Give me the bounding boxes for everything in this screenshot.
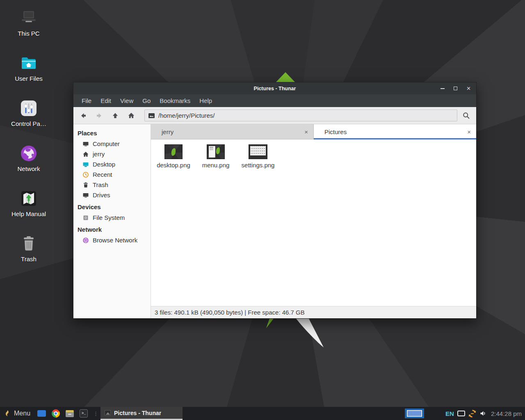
task-button-label: Pictures - Thunar bbox=[114, 410, 161, 416]
sidebar-item-label: jerry bbox=[93, 151, 105, 158]
file-view[interactable]: desktop.png menu.png settings.png bbox=[151, 139, 476, 306]
tab-bar: jerry × Pictures × bbox=[151, 124, 476, 139]
tab-pictures[interactable]: Pictures × bbox=[314, 124, 476, 139]
desktop-icon-trash[interactable]: Trash bbox=[4, 234, 53, 262]
updates-tray-icon[interactable] bbox=[468, 409, 477, 418]
menu-file[interactable]: File bbox=[77, 94, 96, 107]
file-name: menu.png bbox=[202, 162, 230, 169]
sidebar-item-computer[interactable]: Computer bbox=[73, 139, 151, 149]
search-button[interactable] bbox=[458, 110, 475, 122]
sidebar-item-label: Computer bbox=[93, 140, 120, 147]
back-button[interactable] bbox=[75, 110, 91, 122]
distro-logo-icon bbox=[3, 409, 11, 418]
menu-go[interactable]: Go bbox=[138, 94, 155, 107]
sidebar-item-drives[interactable]: Drives bbox=[73, 190, 151, 200]
home-icon bbox=[128, 112, 135, 119]
workspace-1 bbox=[407, 410, 422, 417]
sidebar-item-label: Recent bbox=[93, 171, 112, 178]
statusbar-text: 3 files: 490.1 kB (490,050 bytes) | Free… bbox=[155, 309, 305, 316]
tab-close-icon[interactable]: × bbox=[467, 129, 471, 135]
file-pane: jerry × Pictures × desktop.png menu.png bbox=[151, 124, 476, 318]
trash-icon bbox=[19, 234, 39, 253]
side-pane: Places Computer jerry Desktop Recent Tra… bbox=[73, 124, 151, 318]
image-file-icon bbox=[148, 113, 155, 118]
window-titlebar[interactable]: Pictures - Thunar × bbox=[73, 82, 476, 94]
desktop-monitor-icon bbox=[82, 161, 89, 168]
sidebar-item-recent[interactable]: Recent bbox=[73, 169, 151, 180]
show-desktop-launcher[interactable] bbox=[37, 410, 46, 417]
sidebar-item-browse-network[interactable]: Browse Network bbox=[73, 235, 151, 245]
menu-view[interactable]: View bbox=[116, 94, 138, 107]
image-thumbnail bbox=[207, 144, 225, 159]
home-button[interactable] bbox=[123, 110, 139, 122]
harddisk-icon bbox=[82, 215, 89, 221]
desktop-icon-label: Trash bbox=[21, 256, 37, 262]
workspace-pager[interactable] bbox=[405, 409, 424, 418]
desktop-icon-label: This PC bbox=[18, 30, 39, 37]
close-button[interactable]: × bbox=[465, 85, 472, 92]
desktop-icon-help-manual[interactable]: Help Manual bbox=[4, 189, 53, 217]
image-thumbnail bbox=[164, 144, 183, 159]
applications-menu-button[interactable]: Menu bbox=[0, 407, 34, 420]
desktop-icon-control-panel[interactable]: Control Pa… bbox=[4, 98, 53, 127]
sidebar-item-label: Trash bbox=[93, 181, 108, 188]
path-field[interactable]: /home/jerry/Pictures/ bbox=[144, 110, 457, 121]
sidebar-item-label: Drives bbox=[93, 192, 110, 199]
chrome-launcher[interactable] bbox=[52, 409, 60, 418]
volume-tray-icon[interactable] bbox=[479, 410, 487, 417]
back-icon bbox=[80, 112, 87, 119]
sidebar-item-label: File System bbox=[93, 214, 125, 221]
menu-edit[interactable]: Edit bbox=[96, 94, 116, 107]
tab-close-icon[interactable]: × bbox=[304, 129, 308, 135]
desktop-icon-label: Network bbox=[17, 165, 40, 172]
clock-icon bbox=[82, 171, 89, 178]
home-icon bbox=[82, 151, 89, 158]
sidebar-item-trash[interactable]: Trash bbox=[73, 180, 151, 190]
terminal-launcher[interactable]: >_ bbox=[80, 409, 88, 418]
sidebar-item-label: Browse Network bbox=[93, 237, 137, 244]
sliders-icon bbox=[19, 98, 39, 118]
tab-label: Pictures bbox=[324, 128, 347, 135]
sidebar-item-file-system[interactable]: File System bbox=[73, 212, 151, 223]
sidebar-item-jerry[interactable]: jerry bbox=[73, 149, 151, 159]
desktop-icon-label: User Files bbox=[15, 75, 43, 82]
tasklist-handle[interactable]: ⋮ bbox=[93, 411, 98, 417]
menu-help[interactable]: Help bbox=[195, 94, 217, 107]
maximize-button[interactable] bbox=[452, 85, 459, 92]
tab-label: jerry bbox=[162, 128, 173, 135]
drives-icon bbox=[82, 192, 89, 199]
sidebar-item-desktop[interactable]: Desktop bbox=[73, 159, 151, 169]
task-button-thunar[interactable]: Pictures - Thunar bbox=[100, 407, 183, 420]
file-settings-png[interactable]: settings.png bbox=[238, 144, 278, 169]
forward-icon bbox=[96, 112, 103, 119]
clock[interactable]: 2:44:28 pm bbox=[491, 410, 522, 417]
image-window-icon bbox=[105, 410, 111, 415]
minimize-button[interactable] bbox=[439, 85, 446, 92]
desktop-icon-column: This PC User Files Control Pa… Network H… bbox=[4, 8, 53, 262]
image-thumbnail bbox=[249, 144, 267, 159]
taskbar: Menu >_ ⋮ Pictures - Thunar EN 2:44:28 p… bbox=[0, 407, 525, 420]
desktop-icon-user-files[interactable]: User Files bbox=[4, 53, 53, 82]
file-desktop-png[interactable]: desktop.png bbox=[153, 144, 194, 169]
computer-icon bbox=[82, 141, 89, 147]
tab-jerry[interactable]: jerry × bbox=[151, 124, 314, 139]
file-menu-png[interactable]: menu.png bbox=[196, 144, 236, 169]
home-folder-icon bbox=[19, 53, 39, 73]
window-controls: × bbox=[439, 82, 472, 94]
map-icon bbox=[19, 189, 39, 208]
sidebar-item-label: Desktop bbox=[93, 161, 115, 168]
window-title: Pictures - Thunar bbox=[73, 82, 476, 94]
desktop-icon-this-pc[interactable]: This PC bbox=[4, 8, 53, 37]
up-button[interactable] bbox=[107, 110, 123, 122]
forward-button[interactable] bbox=[91, 110, 107, 122]
keyboard-icon[interactable] bbox=[457, 411, 465, 416]
window-icon bbox=[37, 410, 46, 417]
file-manager-launcher[interactable] bbox=[66, 410, 74, 417]
menu-bookmarks[interactable]: Bookmarks bbox=[155, 94, 195, 107]
keyboard-layout-indicator[interactable]: EN bbox=[445, 410, 454, 417]
search-icon bbox=[462, 112, 470, 120]
desktop-icon-network[interactable]: Network bbox=[4, 144, 53, 172]
trash-icon bbox=[82, 182, 89, 188]
file-name: desktop.png bbox=[157, 162, 190, 169]
laptop-icon bbox=[19, 8, 39, 28]
